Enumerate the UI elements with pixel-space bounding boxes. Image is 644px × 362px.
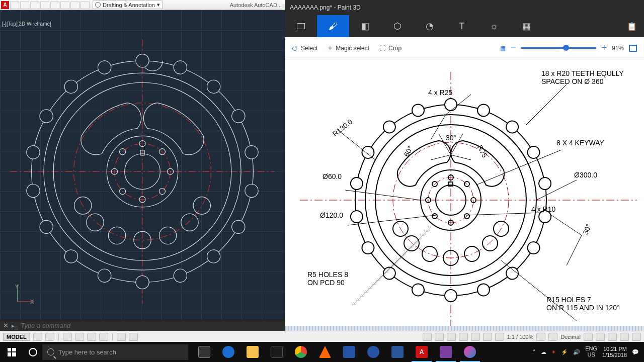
qat-open[interactable] <box>20 1 29 9</box>
paint3d-toolbar: ⭯ Select ✧ Magic select ⛶ Crop ▦ − + 91% <box>285 37 644 59</box>
tray-antivirus-icon[interactable]: ✶ <box>551 349 556 355</box>
status-btn[interactable] <box>495 333 504 341</box>
status-grid-icon[interactable] <box>33 333 42 341</box>
zoom-slider[interactable] <box>521 47 596 49</box>
status-btn[interactable] <box>483 333 492 341</box>
tray-onedrive-icon[interactable]: ☁ <box>541 349 546 355</box>
status-transparency-icon[interactable] <box>129 333 138 341</box>
svg-point-57 <box>525 144 542 161</box>
qat-redo[interactable] <box>80 1 90 9</box>
status-snap-icon[interactable] <box>45 333 54 341</box>
app-autocad[interactable]: A <box>410 342 434 362</box>
tool-select[interactable]: ⭯ Select <box>292 45 317 52</box>
qat-save[interactable] <box>30 1 39 9</box>
qat-undo[interactable] <box>70 1 79 9</box>
app-word[interactable] <box>385 342 410 362</box>
gear-icon <box>95 2 101 8</box>
status-lwt-icon[interactable] <box>117 333 126 341</box>
paint3d-canvas[interactable]: 4 x R25 18 x R20 TEETH EQULLY SPACED ON … <box>285 59 644 331</box>
app-photos[interactable] <box>434 342 458 362</box>
qat-plot[interactable] <box>50 1 59 9</box>
status-btn[interactable] <box>471 333 480 341</box>
tab-menu[interactable] <box>285 15 317 37</box>
tray-language[interactable]: ENG US <box>585 346 597 357</box>
status-osnap-icon[interactable] <box>87 333 96 341</box>
autocad-logo[interactable]: A <box>1 1 9 9</box>
tray-volume-icon[interactable]: 🔊 <box>573 349 580 355</box>
dim-r5: R5 HOLES 8 ON PCD 90 <box>307 270 348 287</box>
tab-brushes[interactable]: 🖌 <box>317 15 349 37</box>
dim-teeth: 18 x R20 TEETH EQULLY SPACED ON Ø 360 <box>541 69 624 85</box>
svg-point-55 <box>476 103 492 118</box>
app-taskview[interactable] <box>192 342 216 362</box>
status-btn[interactable] <box>608 333 617 341</box>
zoom-in-button[interactable]: + <box>601 43 607 53</box>
grid-icon[interactable]: ▦ <box>500 45 506 52</box>
status-btn[interactable] <box>423 333 432 341</box>
zoom-thumb[interactable] <box>563 45 569 51</box>
dim-keyway: 8 X 4 KEYWAY <box>556 139 604 147</box>
workspace-dropdown[interactable]: Drafting & Annotation ▾ <box>93 1 163 9</box>
status-btn[interactable] <box>536 333 545 341</box>
status-customize-icon[interactable] <box>632 333 641 341</box>
dim-d300: Ø300.0 <box>574 171 597 179</box>
qat-new[interactable] <box>10 1 19 9</box>
autocad-model-canvas[interactable]: [-][Top][2D Wireframe] <box>0 10 285 320</box>
tab-effects[interactable]: ☼ <box>478 15 510 37</box>
status-btn[interactable] <box>584 333 593 341</box>
status-btn[interactable] <box>548 333 557 341</box>
status-btn[interactable] <box>620 333 629 341</box>
view-label[interactable]: [-][Top][2D Wireframe] <box>2 21 51 27</box>
zoom-out-button[interactable]: − <box>511 43 516 53</box>
svg-point-10 <box>44 73 241 270</box>
status-model[interactable]: MODEL <box>3 333 30 341</box>
paste-button[interactable]: 📋 <box>620 15 644 37</box>
tray-clock[interactable]: 10:21 PM 1/15/2018 <box>602 346 627 358</box>
taskbar-search[interactable]: Type here to search <box>42 344 188 360</box>
paste-icon: 📋 <box>627 22 637 31</box>
ucs-icon[interactable] <box>17 283 36 302</box>
cortana-button[interactable] <box>23 342 42 362</box>
tray-chevron-icon[interactable]: ˄ <box>533 349 536 355</box>
app-vlc[interactable] <box>313 342 337 362</box>
status-ortho-icon[interactable] <box>63 333 72 341</box>
tool-magic-select[interactable]: ✧ Magic select <box>328 45 369 52</box>
status-units[interactable]: Decimal <box>560 334 581 340</box>
qat-print[interactable] <box>60 1 69 9</box>
brush-icon: 🖌 <box>329 21 338 32</box>
autocad-command-line[interactable]: ✕ ▸_ Type a command <box>0 320 285 331</box>
fit-screen-icon[interactable] <box>629 45 637 52</box>
status-btn[interactable] <box>435 333 444 341</box>
status-btn[interactable] <box>447 333 456 341</box>
app-paint3d[interactable] <box>458 342 482 362</box>
svg-point-14 <box>229 107 248 125</box>
tool-crop[interactable]: ⛶ Crop <box>379 45 401 52</box>
status-btn[interactable] <box>459 333 468 341</box>
tab-text[interactable]: T <box>446 15 478 37</box>
svg-point-25 <box>26 145 41 160</box>
tab-canvas[interactable]: ▦ <box>510 15 542 37</box>
status-otrack-icon[interactable] <box>99 333 108 341</box>
tray-notifications-icon[interactable]: 💬 <box>632 349 639 355</box>
status-polar-icon[interactable] <box>75 333 84 341</box>
status-btn[interactable] <box>596 333 605 341</box>
status-scale[interactable]: 1:1 / 100% <box>507 334 534 340</box>
sticker-icon: ◔ <box>426 21 434 32</box>
app-store[interactable] <box>265 342 289 362</box>
tool-crop-label: Crop <box>388 45 401 52</box>
tab-stickers[interactable]: ◔ <box>414 15 446 37</box>
svg-point-58 <box>538 176 552 191</box>
tab-3d-shapes[interactable]: ⬡ <box>381 15 414 37</box>
app-edge[interactable] <box>216 342 240 362</box>
tab-2d-shapes[interactable]: ◧ <box>349 15 381 37</box>
start-button[interactable] <box>0 342 23 362</box>
close-icon[interactable]: ✕ <box>3 322 9 329</box>
app-settings[interactable] <box>361 342 385 362</box>
tray-wifi-icon[interactable]: ⚡ <box>561 349 568 355</box>
tool-select-label: Select <box>301 45 317 52</box>
app-calculator[interactable] <box>337 342 361 362</box>
qat-saveas[interactable] <box>40 1 49 9</box>
app-chrome[interactable] <box>289 342 313 362</box>
app-explorer[interactable] <box>240 342 265 362</box>
svg-point-32 <box>159 188 165 194</box>
